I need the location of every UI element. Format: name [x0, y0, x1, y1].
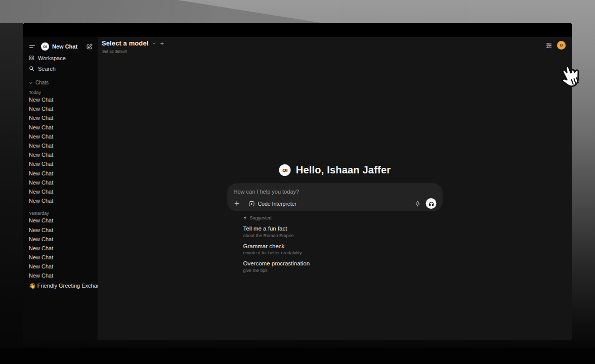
chats-section-toggle[interactable]: Chats: [29, 80, 93, 85]
code-interpreter-icon: [249, 201, 255, 207]
chat-list-item[interactable]: New Chat: [29, 196, 93, 205]
chat-list-item-friendly-greeting[interactable]: 👋 Friendly Greeting Exchange: [29, 282, 93, 291]
chat-list-item[interactable]: New Chat: [29, 141, 93, 150]
sidebar-item-workspace[interactable]: Workspace: [29, 53, 93, 63]
chat-list-item[interactable]: New Chat: [29, 132, 93, 141]
suggestion-title: Overcome procrastination: [243, 260, 443, 266]
chat-list-item[interactable]: New Chat: [29, 225, 93, 234]
chat-list-item[interactable]: New Chat: [29, 169, 93, 178]
search-icon: [29, 66, 34, 71]
search-label: Search: [38, 66, 56, 72]
suggested-section: Suggested Tell me a fun fact about the R…: [228, 215, 443, 273]
suggestion-subtitle: give me tips: [243, 268, 443, 273]
window-top-bar: [23, 23, 572, 37]
sidebar-brand-title: New Chat: [52, 43, 86, 50]
sidebar-item-search[interactable]: Search: [29, 64, 93, 73]
message-composer[interactable]: Code Interpreter: [228, 184, 443, 211]
set-as-default-button[interactable]: Set as default: [102, 49, 164, 54]
background-bottom-bar: [0, 348, 595, 364]
chat-list-item[interactable]: New Chat: [29, 178, 93, 187]
model-selector[interactable]: Select a model: [102, 39, 148, 47]
app-window: OI New Chat Workspace Searc: [23, 23, 572, 340]
main-header: Select a model + Set as default: [102, 39, 164, 54]
suggestion-title: Tell me a fun fact: [243, 225, 443, 232]
sidebar-toggle-icon[interactable]: [29, 43, 35, 50]
chat-list-item[interactable]: New Chat: [29, 150, 93, 159]
chevron-down-icon: [29, 81, 33, 85]
attach-plus-icon[interactable]: [234, 200, 240, 207]
app-logo-large: OI: [279, 164, 291, 176]
screen: OI New Chat Workspace Searc: [0, 0, 595, 364]
composer-controls: Code Interpreter: [234, 198, 437, 209]
chat-list-item[interactable]: New Chat: [29, 123, 93, 132]
chat-list-item[interactable]: New Chat: [29, 262, 93, 271]
app-logo: OI: [41, 42, 49, 51]
suggestion-item[interactable]: Overcome procrastination give me tips: [243, 260, 443, 273]
suggestion-title: Grammar check: [243, 243, 443, 249]
suggested-header: Suggested: [243, 215, 443, 220]
voice-call-button[interactable]: [426, 198, 437, 209]
suggestion-item[interactable]: Grammar check rewrite it for better read…: [243, 243, 443, 256]
header-right-controls: IJ: [545, 41, 566, 50]
chat-list-item[interactable]: New Chat: [29, 271, 93, 280]
code-interpreter-toggle[interactable]: Code Interpreter: [249, 201, 296, 207]
chat-group-label-today: Today: [29, 90, 93, 95]
suggestion-item[interactable]: Tell me a fun fact about the Roman Empir…: [243, 225, 443, 238]
chat-list-item[interactable]: New Chat: [29, 95, 93, 104]
controls-sliders-icon[interactable]: [545, 42, 552, 49]
chat-list-item[interactable]: New Chat: [29, 113, 93, 122]
chat-list-item[interactable]: New Chat: [29, 104, 93, 113]
suggested-label: Suggested: [250, 215, 272, 220]
chat-list-yesterday: New ChatNew ChatNew ChatNew ChatNew Chat…: [29, 216, 93, 280]
workspace-icon: [29, 55, 34, 61]
code-interpreter-label: Code Interpreter: [258, 201, 296, 207]
headphones-icon: [428, 201, 434, 207]
suggestion-subtitle: about the Roman Empire: [243, 233, 443, 238]
chat-list-item[interactable]: New Chat: [29, 253, 93, 262]
add-model-button[interactable]: +: [160, 40, 164, 47]
sidebar-header: OI New Chat: [29, 41, 93, 52]
user-avatar[interactable]: IJ: [557, 41, 566, 50]
chat-list-today: New ChatNew ChatNew ChatNew ChatNew Chat…: [29, 95, 93, 205]
chat-group-label-yesterday: Yesterday: [29, 211, 93, 216]
chats-section-label: Chats: [35, 80, 49, 85]
sidebar: OI New Chat Workspace Searc: [23, 37, 98, 340]
workspace-label: Workspace: [38, 55, 66, 61]
bolt-icon: [243, 216, 247, 220]
chat-list-item[interactable]: New Chat: [29, 235, 93, 244]
greeting-text: Hello, Ishaan Jaffer: [296, 164, 391, 176]
suggestion-subtitle: rewrite it for better readability: [243, 250, 443, 255]
chat-list-item[interactable]: New Chat: [29, 244, 93, 253]
message-input[interactable]: [234, 189, 437, 195]
microphone-icon[interactable]: [415, 201, 421, 207]
hero-section: OI Hello, Ishaan Jaffer: [228, 164, 443, 273]
chat-list-item[interactable]: New Chat: [29, 187, 93, 196]
background-left-shade: [0, 23, 23, 364]
model-chevron-icon[interactable]: [152, 41, 156, 46]
main-area: Select a model + Set as default IJ: [98, 37, 572, 340]
new-chat-icon[interactable]: [86, 43, 93, 50]
suggestion-list: Tell me a fun fact about the Roman Empir…: [243, 225, 443, 273]
chat-list-item[interactable]: New Chat: [29, 159, 93, 168]
chat-list-item[interactable]: New Chat: [29, 216, 93, 225]
greeting: OI Hello, Ishaan Jaffer: [228, 164, 443, 176]
